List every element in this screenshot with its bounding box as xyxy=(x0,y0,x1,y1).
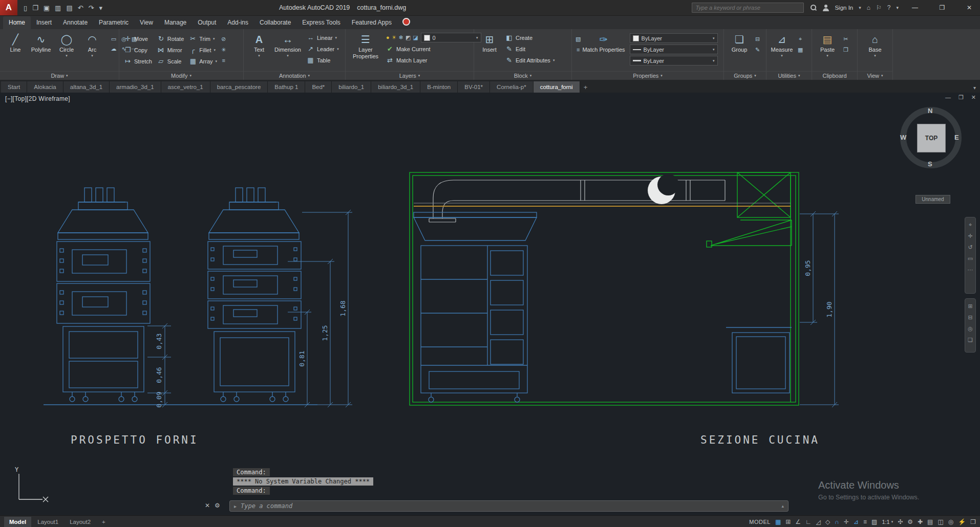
object-color-select[interactable]: ByLayer ▾ xyxy=(630,33,718,43)
pan-icon[interactable]: ✛ xyxy=(968,233,972,239)
model-space-badge[interactable]: MODEL xyxy=(749,519,771,525)
compass-north[interactable]: N xyxy=(928,107,932,115)
ucs-icon[interactable] xyxy=(19,474,48,502)
help-search-input[interactable] xyxy=(692,3,804,13)
circle-button[interactable]: ◯ Circle ▾ xyxy=(54,31,79,58)
model-space-canvas[interactable]: [−][Top][2D Wireframe] — ❐ ✕ xyxy=(0,93,980,515)
block-edit-button[interactable]: ✎Edit xyxy=(505,44,555,54)
steering-wheel-icon[interactable]: ◎ xyxy=(968,325,973,332)
ribbon-tab-output[interactable]: Output xyxy=(192,16,222,29)
command-close-icon[interactable]: ✕ xyxy=(205,502,210,509)
insert-button[interactable]: ⊞ Insert xyxy=(477,31,502,54)
close-button[interactable]: ✕ xyxy=(958,0,980,15)
copy-clip-icon[interactable]: ❐ xyxy=(843,46,848,54)
panel-modify-label[interactable]: Modify ▾ xyxy=(119,71,243,80)
rotate-button[interactable]: ↻Rotate xyxy=(157,34,184,43)
isolate-icon[interactable]: ◎ xyxy=(948,519,953,525)
scale-button[interactable]: ▱Scale xyxy=(157,56,184,66)
clean-screen-icon[interactable]: ❒ xyxy=(970,519,976,525)
ribbon-tab-featured-apps[interactable]: Featured Apps xyxy=(346,16,397,29)
polyline-button[interactable]: ∿ Polyline xyxy=(28,31,54,54)
rectangle-tool-icon[interactable]: ▭ xyxy=(109,35,118,43)
panel-utilities-label[interactable]: Utilities ▾ xyxy=(766,71,812,80)
command-history-toggle-icon[interactable]: ▴ xyxy=(781,503,784,509)
full-nav-icon[interactable]: ⌖ xyxy=(969,222,972,228)
lineweight-select[interactable]: ByLayer ▾ xyxy=(630,45,718,54)
table-button[interactable]: ▦Table xyxy=(307,55,339,65)
new-file-icon[interactable]: ▯ xyxy=(24,4,27,12)
block-create-button[interactable]: ◧Create xyxy=(505,33,555,42)
properties-palette-icon[interactable]: ≡ xyxy=(577,46,580,54)
ribbon-tab-add-ins[interactable]: Add-ins xyxy=(222,16,254,29)
file-tab-cornelia[interactable]: Cornelia-p* xyxy=(490,81,534,93)
file-tab-bathup[interactable]: Bathup 1 xyxy=(268,81,305,93)
new-layout-button[interactable]: + xyxy=(97,517,111,527)
model-tab[interactable]: Model xyxy=(4,517,31,527)
zoom-in-icon[interactable]: ⊞ xyxy=(968,303,972,310)
workspace-gear-icon[interactable]: ⚙ xyxy=(907,519,913,525)
line-button[interactable]: ╱ Line xyxy=(3,31,28,54)
new-drawing-tab-button[interactable]: + xyxy=(580,81,591,93)
leader-button[interactable]: ↗Leader▾ xyxy=(307,44,339,54)
panel-clipboard-label[interactable]: Clipboard xyxy=(812,71,857,80)
cad-drawing[interactable]: 0,43 0,46 0,09 0,81 1,25 1,68 xyxy=(0,93,980,515)
command-input[interactable] xyxy=(240,502,778,510)
panel-draw-label[interactable]: Draw ▾ xyxy=(0,71,119,80)
app-store-icon[interactable]: ⌂ xyxy=(867,4,870,11)
file-tab-biliardo-1[interactable]: biliardo_1 xyxy=(332,81,371,93)
layout2-tab[interactable]: Layout2 xyxy=(65,517,96,527)
help-chevron-icon[interactable]: ▾ xyxy=(896,5,899,10)
fillet-button[interactable]: ╭Fillet▾ xyxy=(189,45,217,55)
annotation-visibility-icon[interactable]: ✣ xyxy=(898,519,903,525)
move-button[interactable]: ✛Move xyxy=(124,34,152,43)
ribbon-tab-parametric[interactable]: Parametric xyxy=(93,16,134,29)
file-tab-armadio[interactable]: armadio_3d_1 xyxy=(110,81,161,93)
file-tab-biliardo-3d[interactable]: biliardo_3d_1 xyxy=(371,81,420,93)
panel-annotation-label[interactable]: Annotation ▾ xyxy=(244,71,345,80)
edit-attributes-button[interactable]: ✎Edit Attributes▾ xyxy=(505,55,555,65)
lock-ui-icon[interactable]: ◫ xyxy=(938,519,943,525)
save-icon[interactable]: ▣ xyxy=(44,4,50,12)
panel-groups-label[interactable]: Groups ▾ xyxy=(724,71,766,80)
file-tab-b-minton[interactable]: B-minton xyxy=(420,81,458,93)
minimize-button[interactable]: — xyxy=(904,0,926,15)
panel-block-label[interactable]: Block ▾ xyxy=(474,71,571,80)
make-current-button[interactable]: ✔Make Current xyxy=(386,44,481,54)
file-tab-alokacia[interactable]: Alokacia xyxy=(27,81,63,93)
base-button[interactable]: ⌂ Base ▾ xyxy=(862,31,888,58)
sign-in-button[interactable]: Sign In xyxy=(835,5,853,11)
explode-tool-icon[interactable]: ✳ xyxy=(221,46,226,54)
ribbon-tab-manage[interactable]: Manage xyxy=(159,16,192,29)
cut-icon[interactable]: ✂ xyxy=(843,35,848,43)
file-tab-bed[interactable]: Bed* xyxy=(305,81,332,93)
match-layer-button[interactable]: ⇄Match Layer xyxy=(386,55,481,65)
transparency-icon[interactable]: ▨ xyxy=(871,519,877,525)
layer-on-icon[interactable]: ● xyxy=(386,34,390,41)
quick-calc-icon[interactable]: ▦ xyxy=(798,46,803,54)
lineweight-icon[interactable]: ≡ xyxy=(863,519,867,525)
ribbon-tab-annotate[interactable]: Annotate xyxy=(57,16,93,29)
ucs-unnamed-badge[interactable]: Unnamed xyxy=(915,195,950,204)
group-button[interactable]: ❏ Group xyxy=(727,31,752,54)
ribbon-tab-home[interactable]: Home xyxy=(3,16,31,29)
quick-properties-icon[interactable]: ▤ xyxy=(927,519,933,525)
trim-button[interactable]: ✂Trim▾ xyxy=(189,34,217,43)
isodraft-icon[interactable]: ◇ xyxy=(825,519,830,525)
copy-button[interactable]: ❐Copy xyxy=(124,45,152,55)
layer-freeze-icon[interactable]: ❄ xyxy=(399,34,403,41)
file-tab-asce-vetro[interactable]: asce_vetro_1 xyxy=(161,81,210,93)
ortho-icon[interactable]: ∟ xyxy=(805,519,812,525)
infer-icon[interactable]: ∠ xyxy=(795,519,801,525)
command-customize-icon[interactable]: ⚙ xyxy=(215,502,220,509)
compass-south[interactable]: S xyxy=(928,160,932,168)
dimension-button[interactable]: ↔ Dimension ▾ xyxy=(272,31,304,58)
help-icon[interactable]: ? xyxy=(887,4,891,11)
osnap-icon[interactable]: ∩ xyxy=(835,519,839,525)
linear-button[interactable]: ↔Linear▾ xyxy=(307,33,339,42)
polar-icon[interactable]: ◿ xyxy=(816,519,821,525)
match-properties-button[interactable]: ✑ Match Properties xyxy=(581,31,626,54)
command-bar[interactable]: ▸ ▴ xyxy=(229,500,789,512)
stretch-button[interactable]: ↦Stretch xyxy=(124,56,152,66)
undo-icon[interactable]: ↶ xyxy=(78,4,83,12)
revcloud-tool-icon[interactable]: ☁ xyxy=(109,45,118,53)
